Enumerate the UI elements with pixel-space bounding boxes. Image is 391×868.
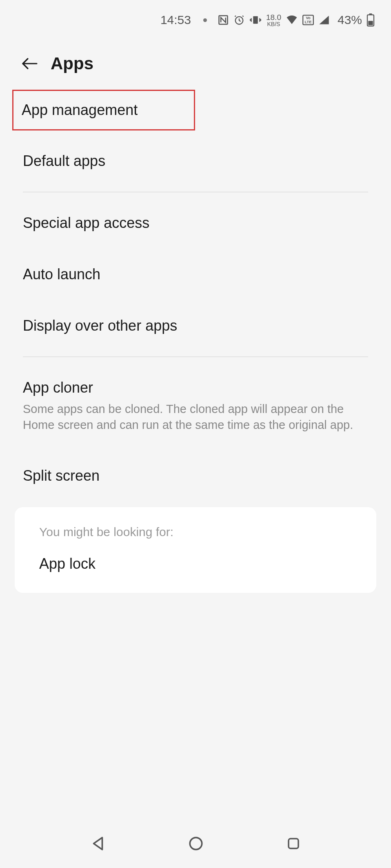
svg-rect-7 <box>369 13 372 15</box>
nav-home-icon[interactable] <box>187 835 204 852</box>
volte-icon: Vo LTE <box>302 15 314 25</box>
divider <box>23 356 368 357</box>
signal-icon <box>318 15 330 25</box>
svg-rect-8 <box>368 21 373 25</box>
svg-rect-10 <box>289 839 298 848</box>
status-dot <box>203 18 207 22</box>
item-title: App management <box>22 102 184 119</box>
status-bar: 14:53 <box>0 0 391 34</box>
settings-item-default-apps[interactable]: Default apps <box>0 140 391 182</box>
item-title: Special app access <box>23 214 368 232</box>
svg-text:Vo: Vo <box>306 16 311 20</box>
suggestion-label: You might be looking for: <box>39 525 352 539</box>
settings-item-app-management[interactable]: App management <box>12 90 195 130</box>
battery-percent: 43% <box>338 13 362 27</box>
settings-item-display-over-other-apps[interactable]: Display over other apps <box>0 305 391 347</box>
item-subtitle: Some apps can be cloned. The cloned app … <box>23 401 368 433</box>
svg-text:LTE: LTE <box>304 20 311 24</box>
status-time: 14:53 <box>160 13 191 27</box>
settings-item-app-cloner[interactable]: App cloner Some apps can be cloned. The … <box>0 367 391 445</box>
item-title: Split screen <box>23 467 368 484</box>
settings-item-special-app-access[interactable]: Special app access <box>0 202 391 244</box>
svg-rect-2 <box>253 16 258 24</box>
battery-icon <box>367 13 375 27</box>
settings-item-split-screen[interactable]: Split screen <box>0 455 391 497</box>
navigation-bar <box>0 819 391 868</box>
wifi-icon <box>286 15 298 25</box>
svg-point-9 <box>190 837 202 849</box>
back-arrow-icon[interactable] <box>20 56 38 71</box>
nav-recent-icon[interactable] <box>285 835 302 852</box>
item-title: Display over other apps <box>23 317 368 334</box>
page-title: Apps <box>51 54 93 73</box>
alarm-icon <box>233 14 245 26</box>
app-bar: Apps <box>0 34 391 86</box>
nfc-icon <box>218 14 229 26</box>
suggestion-card: You might be looking for: App lock <box>15 507 376 593</box>
nav-back-icon[interactable] <box>89 835 107 852</box>
settings-item-auto-launch[interactable]: Auto launch <box>0 254 391 295</box>
vibrate-icon <box>249 14 262 26</box>
network-speed: 18.0 KB/S <box>266 13 281 27</box>
suggestion-item-app-lock[interactable]: App lock <box>39 555 352 572</box>
item-title: Default apps <box>23 152 368 170</box>
divider <box>23 192 368 192</box>
item-title: Auto launch <box>23 266 368 283</box>
item-title: App cloner <box>23 379 368 396</box>
